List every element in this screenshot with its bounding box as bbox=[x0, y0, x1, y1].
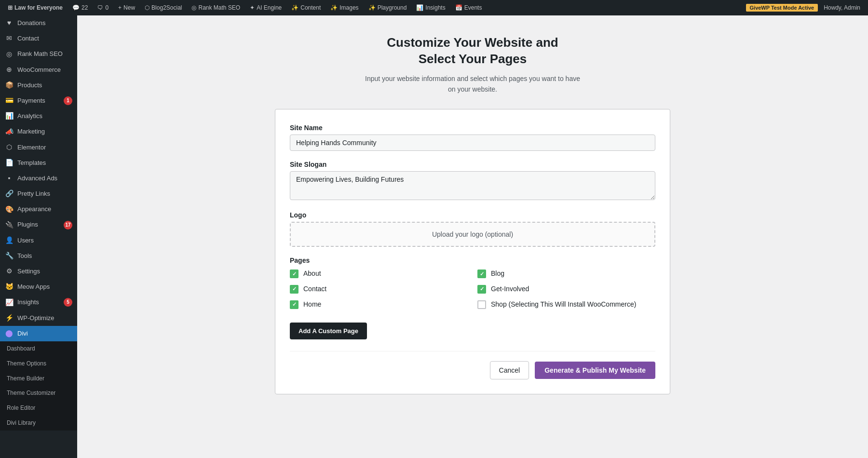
adminbar-messages[interactable]: 🗨 0 bbox=[94, 0, 112, 15]
page-checkbox-home[interactable] bbox=[290, 300, 298, 309]
page-label-get-involved: Get-Involved bbox=[491, 284, 529, 294]
wp-optimize-icon: ⚡ bbox=[5, 314, 14, 323]
theme-customizer-label: Theme Customizer bbox=[7, 389, 55, 397]
sidebar-item-marketing[interactable]: 📣 Marketing bbox=[0, 124, 77, 139]
sidebar-item-label: Marketing bbox=[17, 127, 45, 136]
generate-publish-button[interactable]: Generate & Publish My Website bbox=[535, 362, 655, 379]
sidebar-item-elementor[interactable]: ⬡ Elementor bbox=[0, 140, 77, 155]
site-slogan-group: Site Slogan Empowering Lives, Building F… bbox=[290, 161, 655, 202]
contact-icon: ✉ bbox=[5, 34, 14, 43]
sidebar-item-label: WP-Optimize bbox=[17, 314, 54, 323]
insights-badge: 5 bbox=[64, 298, 72, 307]
cancel-button[interactable]: Cancel bbox=[490, 361, 529, 379]
page-label-contact: Contact bbox=[303, 284, 326, 294]
images-icon: ✨ bbox=[330, 4, 338, 11]
appearance-icon: 🎨 bbox=[5, 205, 14, 214]
adminbar-rankmath[interactable]: ◎ Rank Math SEO bbox=[188, 0, 244, 15]
sidebar-item-templates[interactable]: 📄 Templates bbox=[0, 155, 77, 171]
events-icon: 📅 bbox=[455, 4, 462, 11]
page-item-shop[interactable]: Shop (Selecting This Will Install WooCom… bbox=[477, 300, 655, 310]
elementor-icon: ⬡ bbox=[5, 143, 14, 152]
add-custom-page-button[interactable]: Add A Custom Page bbox=[290, 323, 367, 339]
wizard-container: Customize Your Website andSelect Your Pa… bbox=[275, 35, 670, 394]
sidebar-item-wp-optimize[interactable]: ⚡ WP-Optimize bbox=[0, 310, 77, 326]
page-checkbox-shop[interactable] bbox=[477, 300, 486, 309]
adminbar-events[interactable]: 📅 Events bbox=[451, 0, 486, 15]
wizard-header: Customize Your Website andSelect Your Pa… bbox=[275, 35, 670, 94]
sidebar-subitem-theme-customizer[interactable]: Theme Customizer bbox=[0, 386, 77, 401]
adminbar-comments[interactable]: 💬 22 bbox=[68, 0, 92, 15]
page-item-about[interactable]: About bbox=[290, 269, 468, 279]
sidebar-item-plugins[interactable]: 🔌 Plugins 17 bbox=[0, 217, 77, 232]
sidebar-item-insights[interactable]: 📈 Insights 5 bbox=[0, 295, 77, 310]
howdy-item[interactable]: Howdy, Admin bbox=[820, 4, 864, 11]
sidebar-item-users[interactable]: 👤 Users bbox=[0, 233, 77, 248]
marketing-icon: 📣 bbox=[5, 127, 14, 136]
site-name-input[interactable] bbox=[290, 135, 655, 151]
logo-upload-area[interactable]: Upload your logo (optional) bbox=[290, 222, 655, 247]
speech-icon: 🗨 bbox=[97, 4, 103, 11]
sidebar-subitem-theme-builder[interactable]: Theme Builder bbox=[0, 371, 77, 386]
sidebar-item-label: Appearance bbox=[17, 205, 51, 214]
theme-builder-label: Theme Builder bbox=[7, 375, 44, 383]
page-checkbox-about[interactable] bbox=[290, 269, 298, 278]
pretty-links-icon: 🔗 bbox=[5, 189, 14, 198]
sidebar-item-label: Divi bbox=[17, 329, 28, 338]
sidebar-item-analytics[interactable]: 📊 Analytics bbox=[0, 108, 77, 124]
dashboard-label: Dashboard bbox=[7, 345, 35, 353]
sidebar-item-divi[interactable]: ⬤ Divi bbox=[0, 326, 77, 341]
adminbar-playground[interactable]: ✨ Playground bbox=[365, 0, 411, 15]
page-checkbox-get-involved[interactable] bbox=[477, 285, 486, 294]
site-slogan-input[interactable]: Empowering Lives, Building Futures bbox=[290, 171, 655, 200]
page-item-home[interactable]: Home bbox=[290, 300, 468, 310]
adminbar-images[interactable]: ✨ Images bbox=[326, 0, 362, 15]
givewp-badge: GiveWP Test Mode Active bbox=[746, 4, 818, 12]
sidebar-subitem-role-editor[interactable]: Role Editor bbox=[0, 401, 77, 416]
sidebar-item-label: Analytics bbox=[17, 112, 42, 121]
adminbar-insights[interactable]: 📊 Insights bbox=[412, 0, 449, 15]
sidebar-item-advanced-ads[interactable]: ▪ Advanced Ads bbox=[0, 171, 77, 186]
advanced-ads-icon: ▪ bbox=[5, 174, 14, 183]
sidebar-item-meow-apps[interactable]: 🐱 Meow Apps bbox=[0, 279, 77, 295]
playground-icon: ✨ bbox=[368, 4, 376, 11]
divi-library-label: Divi Library bbox=[7, 419, 36, 427]
page-checkbox-blog[interactable] bbox=[477, 269, 486, 278]
sidebar-subitem-dashboard[interactable]: Dashboard bbox=[0, 341, 77, 356]
content-icon: ✨ bbox=[291, 4, 298, 11]
page-item-blog[interactable]: Blog bbox=[477, 269, 655, 279]
sidebar-item-settings[interactable]: ⚙ Settings bbox=[0, 264, 77, 279]
sidebar-item-label: Tools bbox=[17, 252, 32, 260]
adminbar-blog2social[interactable]: ⬡ Blog2Social bbox=[141, 0, 186, 15]
sidebar-item-label: Contact bbox=[17, 34, 39, 43]
sidebar-item-label: Meow Apps bbox=[17, 283, 50, 291]
sidebar-item-payments[interactable]: 💳 Payments 1 bbox=[0, 93, 77, 108]
page-label-blog: Blog bbox=[491, 269, 504, 279]
sidebar-item-label: Users bbox=[17, 236, 34, 245]
sidebar-item-contact[interactable]: ✉ Contact bbox=[0, 31, 77, 46]
sidebar-subitem-divi-library[interactable]: Divi Library bbox=[0, 416, 77, 431]
adminbar-site-name[interactable]: ⊞ Law for Everyone bbox=[4, 0, 67, 15]
sidebar-item-products[interactable]: 📦 Products bbox=[0, 78, 77, 93]
meow-apps-icon: 🐱 bbox=[5, 283, 14, 291]
adminbar-content[interactable]: ✨ Content bbox=[287, 0, 325, 15]
sidebar-item-label: Settings bbox=[17, 267, 40, 276]
sidebar-item-pretty-links[interactable]: 🔗 Pretty Links bbox=[0, 186, 77, 202]
sidebar-item-woocommerce[interactable]: ⊕ WooCommerce bbox=[0, 62, 77, 78]
adminbar-ai-engine[interactable]: ✦ AI Engine bbox=[246, 0, 285, 15]
logo-label: Logo bbox=[290, 211, 655, 219]
sidebar-subitem-theme-options[interactable]: Theme Options bbox=[0, 356, 77, 371]
sidebar-item-appearance[interactable]: 🎨 Appearance bbox=[0, 202, 77, 217]
page-item-get-involved[interactable]: Get-Involved bbox=[477, 284, 655, 294]
ai-icon: ✦ bbox=[250, 4, 255, 11]
admin-bar: ⊞ Law for Everyone 💬 22 🗨 0 + New ⬡ Blog… bbox=[0, 0, 868, 15]
sidebar-item-tools[interactable]: 🔧 Tools bbox=[0, 248, 77, 264]
adminbar-new[interactable]: + New bbox=[114, 0, 139, 15]
sidebar-item-donations[interactable]: ♥ Donations bbox=[0, 15, 77, 31]
plugins-icon: 🔌 bbox=[5, 221, 14, 229]
page-label-about: About bbox=[303, 269, 321, 279]
insights-side-icon: 📈 bbox=[5, 298, 14, 307]
sidebar: ♥ Donations ✉ Contact ◎ Rank Math SEO ⊕ … bbox=[0, 15, 77, 458]
page-item-contact[interactable]: Contact bbox=[290, 284, 468, 294]
sidebar-item-rankmath[interactable]: ◎ Rank Math SEO bbox=[0, 46, 77, 62]
page-checkbox-contact[interactable] bbox=[290, 285, 298, 294]
